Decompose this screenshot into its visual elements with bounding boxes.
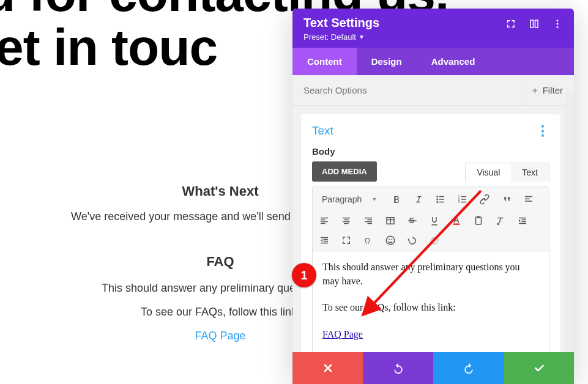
- svg-point-48: [389, 239, 390, 240]
- table-icon[interactable]: [384, 214, 397, 227]
- svg-rect-14: [461, 202, 466, 203]
- strikethrough-icon[interactable]: S: [406, 214, 419, 227]
- annotation-number: 1: [300, 268, 307, 282]
- svg-rect-19: [321, 220, 326, 221]
- panel-body: Text ⋮ Body ADD MEDIA Visual Text Paragr…: [292, 106, 574, 352]
- svg-rect-25: [344, 223, 349, 224]
- undo-icon[interactable]: [406, 234, 419, 247]
- redo-icon[interactable]: [428, 234, 441, 247]
- svg-rect-6: [439, 199, 444, 200]
- undo-button[interactable]: [363, 352, 433, 384]
- expand-icon[interactable]: [505, 18, 516, 29]
- section-menu-icon[interactable]: ⋮: [536, 124, 549, 138]
- align-left-icon[interactable]: [318, 214, 331, 227]
- undo-footer-icon: [392, 362, 404, 374]
- section-title[interactable]: Text: [312, 124, 333, 138]
- tab-advanced[interactable]: Advanced: [417, 48, 490, 75]
- snap-icon[interactable]: [529, 18, 540, 29]
- preset-label: Preset: Default: [303, 32, 356, 42]
- chevron-down-icon: ▼: [359, 34, 365, 40]
- svg-rect-21: [321, 223, 326, 224]
- numbered-list-icon[interactable]: 123: [456, 193, 469, 206]
- panel-title: Text Settings: [303, 16, 379, 30]
- special-char-icon[interactable]: Ω: [362, 234, 375, 247]
- editor-mode-tabs: Visual Text: [465, 163, 549, 182]
- clear-format-icon[interactable]: [494, 214, 507, 227]
- check-icon: [533, 362, 545, 374]
- svg-point-3: [437, 196, 439, 198]
- svg-rect-29: [368, 223, 373, 224]
- text-settings-panel: Text Settings Preset: Default ▼ Content …: [292, 9, 574, 384]
- svg-point-5: [437, 199, 439, 201]
- panel-header[interactable]: Text Settings Preset: Default ▼: [292, 9, 574, 48]
- outdent-icon[interactable]: [318, 234, 331, 247]
- close-icon: [322, 362, 334, 374]
- svg-rect-38: [519, 218, 526, 219]
- svg-rect-37: [477, 216, 480, 218]
- tab-design[interactable]: Design: [357, 48, 417, 75]
- svg-point-49: [391, 239, 392, 240]
- paste-icon[interactable]: [472, 214, 485, 227]
- svg-rect-41: [519, 223, 526, 224]
- tab-content[interactable]: Content: [292, 48, 357, 75]
- preset-selector[interactable]: Preset: Default ▼: [303, 32, 379, 42]
- align-center-icon[interactable]: [340, 214, 353, 227]
- svg-rect-44: [324, 241, 329, 242]
- blockquote-icon[interactable]: [500, 193, 513, 206]
- svg-text:Ω: Ω: [365, 237, 370, 245]
- editor-paragraph-2[interactable]: To see our FAQs, follow this link:: [322, 300, 539, 314]
- align-right-icon[interactable]: [362, 214, 375, 227]
- redo-button[interactable]: [433, 352, 504, 384]
- indent-icon[interactable]: [516, 214, 529, 227]
- paragraph-select[interactable]: Paragraph ▼: [318, 191, 381, 208]
- editor-tab-text[interactable]: Text: [511, 163, 549, 182]
- svg-rect-28: [365, 221, 372, 223]
- svg-rect-26: [365, 218, 372, 219]
- redo-footer-icon: [463, 362, 475, 374]
- add-media-button[interactable]: ADD MEDIA: [312, 161, 377, 182]
- svg-rect-43: [324, 239, 329, 240]
- svg-point-7: [437, 201, 439, 203]
- align-icon[interactable]: [522, 193, 535, 206]
- search-input[interactable]: [303, 85, 521, 95]
- svg-point-0: [557, 20, 559, 21]
- paragraph-select-label: Paragraph: [322, 194, 362, 204]
- cancel-button[interactable]: [292, 352, 363, 384]
- svg-rect-12: [461, 199, 466, 200]
- svg-rect-45: [321, 243, 328, 244]
- editor-toolbar: Paragraph ▼ 123 S: [313, 187, 549, 251]
- svg-rect-16: [525, 199, 530, 200]
- bulleted-list-icon[interactable]: [434, 193, 447, 206]
- svg-rect-27: [368, 220, 373, 221]
- kebab-menu-icon[interactable]: [552, 18, 563, 29]
- svg-rect-35: [453, 224, 460, 225]
- scrollbar-track[interactable]: [565, 92, 574, 352]
- annotation-marker-1: 1: [292, 263, 316, 287]
- bold-icon[interactable]: [390, 193, 403, 206]
- svg-rect-24: [343, 221, 350, 223]
- underline-icon[interactable]: [428, 214, 441, 227]
- search-row: + Filter: [292, 75, 574, 106]
- italic-icon[interactable]: [412, 193, 425, 206]
- panel-footer: [292, 352, 574, 384]
- svg-rect-22: [343, 218, 350, 219]
- svg-rect-23: [344, 220, 349, 221]
- text-color-icon[interactable]: [450, 214, 463, 227]
- link-icon[interactable]: [478, 193, 491, 206]
- editor-tab-visual[interactable]: Visual: [466, 163, 511, 182]
- svg-rect-17: [525, 201, 532, 202]
- svg-rect-15: [525, 196, 532, 198]
- save-button[interactable]: [504, 352, 574, 384]
- svg-rect-18: [321, 218, 328, 219]
- svg-rect-20: [321, 221, 328, 223]
- svg-point-1: [557, 23, 559, 25]
- svg-text:3: 3: [458, 200, 460, 204]
- editor-faq-link[interactable]: FAQ Page: [322, 329, 363, 339]
- faq-page-link[interactable]: FAQ Page: [195, 330, 245, 342]
- fullscreen-icon[interactable]: [340, 234, 353, 247]
- chevron-down-icon: ▼: [371, 196, 377, 202]
- editor-paragraph-1[interactable]: This should answer any preliminary quest…: [322, 260, 539, 288]
- editor-content[interactable]: This should answer any preliminary quest…: [313, 251, 549, 352]
- svg-rect-36: [476, 217, 482, 224]
- emoji-icon[interactable]: [384, 234, 397, 247]
